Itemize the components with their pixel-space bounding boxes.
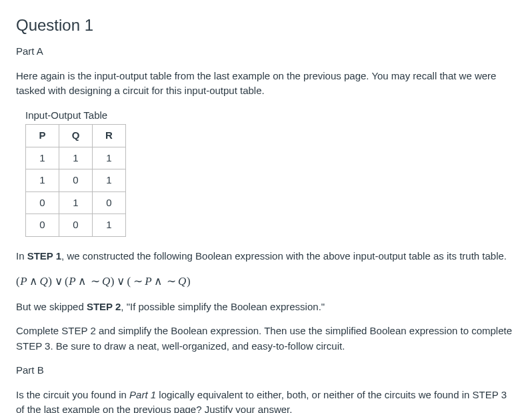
step2-suffix: , "If possible simplify the Boolean expr…: [121, 301, 325, 312]
table-cell: 0: [26, 191, 59, 214]
question-title: Question 1: [16, 13, 516, 37]
part-a-intro: Here again is the input-output table fro…: [16, 69, 516, 99]
input-output-table: P Q R 1 1 1 1 0 1 0 1 0 0 0 1: [25, 124, 126, 237]
table-cell: 0: [59, 214, 93, 237]
table-header: Q: [59, 125, 93, 147]
step1-text: In STEP 1, we constructed the following …: [16, 249, 516, 264]
table-cell: 0: [59, 169, 93, 192]
table-header: R: [93, 125, 126, 147]
step1-bold: STEP 1: [27, 250, 61, 262]
table-cell: 0: [26, 214, 59, 237]
step1-suffix: , we constructed the following Boolean e…: [61, 250, 507, 262]
part-b-heading: Part B: [16, 363, 516, 378]
table-cell: 1: [93, 147, 126, 169]
step1-prefix: In: [16, 250, 27, 262]
table-row: 1 0 1: [26, 169, 126, 192]
table-row: 1 1 1: [26, 147, 126, 169]
table-cell: 1: [26, 147, 59, 169]
part-b-em: Part 1: [129, 389, 156, 400]
table-cell: 1: [59, 147, 93, 169]
table-cell: 1: [59, 191, 93, 214]
table-header: P: [26, 125, 59, 147]
table-cell: 1: [26, 169, 59, 192]
table-row: 0 1 0: [26, 191, 126, 214]
boolean-expression: (P∧Q)∨(P∧∼Q)∨(∼P∧∼Q): [16, 273, 516, 290]
table-cell: 1: [93, 214, 126, 237]
part-b-prefix: Is the circuit you found in: [16, 389, 129, 400]
step2-text: But we skipped STEP 2, "If possible simp…: [16, 300, 516, 315]
step2-prefix: But we skipped: [16, 301, 87, 312]
part-b-text: Is the circuit you found in Part 1 logic…: [16, 388, 516, 414]
table-header-row: P Q R: [26, 125, 126, 147]
part-a-heading: Part A: [16, 44, 516, 59]
table-caption: Input-Output Table: [25, 108, 516, 123]
step2-bold: STEP 2: [87, 301, 121, 312]
table-row: 0 0 1: [26, 214, 126, 237]
table-cell: 0: [93, 191, 126, 214]
table-cell: 1: [93, 169, 126, 192]
part-a-instruction: Complete STEP 2 and simplify the Boolean…: [16, 324, 516, 354]
